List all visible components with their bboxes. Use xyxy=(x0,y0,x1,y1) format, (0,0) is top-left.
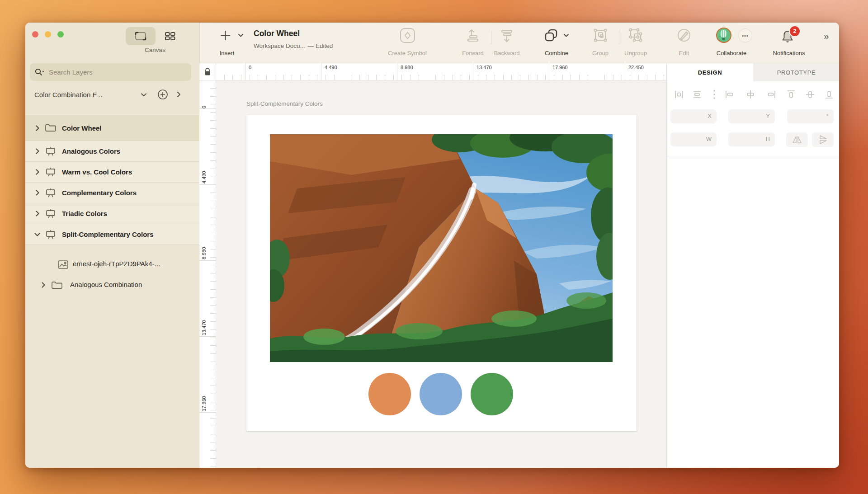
close-window-button[interactable] xyxy=(32,31,38,38)
zoom-window-button[interactable] xyxy=(57,31,64,38)
lock-icon xyxy=(204,67,211,76)
add-page-button[interactable] xyxy=(157,89,168,100)
layer-row-warm-cool[interactable]: Warm vs. Cool Colors xyxy=(25,162,199,183)
align-left-icon[interactable] xyxy=(724,89,736,100)
combine-button[interactable] xyxy=(543,28,559,43)
layer-list: Color Wheel Analogous Colors xyxy=(25,115,199,245)
chevron-right-icon[interactable] xyxy=(34,169,41,175)
layer-label: Warm vs. Cool Colors xyxy=(62,168,132,176)
swatch-blue[interactable] xyxy=(420,373,462,415)
chevron-right-icon[interactable] xyxy=(34,148,41,154)
grid-view-button[interactable] xyxy=(159,27,181,45)
view-switcher-caption: Canvas xyxy=(129,47,181,53)
tab-design[interactable]: DESIGN xyxy=(667,63,753,81)
workspace-name[interactable]: Workspace Docu... xyxy=(254,42,305,49)
inspector-panel: DESIGN PROTOTYPE xyxy=(666,63,839,468)
layer-row-analogous[interactable]: Analogous Colors xyxy=(25,141,199,162)
layer-label: Color Wheel xyxy=(62,124,102,132)
layer-row-split-complementary[interactable]: Split-Complementary Colors xyxy=(25,224,199,245)
distribute-vertically-icon[interactable] xyxy=(691,89,703,100)
collaborator-avatar[interactable] xyxy=(716,28,731,43)
page-dropdown-chevron-icon[interactable] xyxy=(138,89,149,100)
group-label: Group xyxy=(592,50,609,56)
page-selector-label: Color Combination E... xyxy=(34,91,134,99)
width-field[interactable]: W xyxy=(670,132,717,146)
chevron-right-icon[interactable] xyxy=(42,282,45,288)
flip-horizontal-button[interactable] xyxy=(786,132,808,147)
align-top-icon[interactable] xyxy=(785,89,797,100)
distribute-horizontally-icon[interactable] xyxy=(673,89,685,100)
rotation-field[interactable]: ° xyxy=(787,109,834,123)
chevron-right-icon[interactable] xyxy=(34,190,41,196)
minimize-window-button[interactable] xyxy=(45,31,51,38)
layer-row-analogous-combination[interactable]: Analogous Combination xyxy=(25,275,199,296)
artboard-title[interactable]: Split-Complementary Colors xyxy=(246,100,323,107)
toolbar-overflow-chevrons-icon[interactable]: » xyxy=(824,31,828,42)
layer-row-color-wheel[interactable]: Color Wheel xyxy=(25,115,199,141)
align-center-horizontal-icon[interactable] xyxy=(745,89,756,100)
ungroup-button[interactable] xyxy=(628,28,643,43)
edit-label: Edit xyxy=(679,50,689,56)
x-position-field[interactable]: X xyxy=(670,109,717,123)
chevron-right-icon[interactable] xyxy=(34,125,41,131)
page-selector-row[interactable]: Color Combination E... xyxy=(25,84,199,105)
tab-prototype[interactable]: PROTOTYPE xyxy=(753,63,839,81)
group-button[interactable] xyxy=(593,28,608,43)
folder-icon xyxy=(51,281,63,290)
ruler-label: 17.960 xyxy=(552,65,568,70)
layer-row-complementary[interactable]: Complementary Colors xyxy=(25,183,199,203)
swatch-orange[interactable] xyxy=(368,373,411,415)
rotation-field-label: ° xyxy=(826,113,829,119)
canvas-area[interactable]: Split-Complementary Colors xyxy=(216,80,666,468)
height-field-label: H xyxy=(766,136,770,142)
y-field-label: Y xyxy=(766,113,770,119)
horizontal-ruler[interactable]: 0 4.490 8.980 13.470 17.960 22.450 xyxy=(216,63,666,80)
move-backward-button[interactable] xyxy=(500,28,514,43)
ruler-label: 13.470 xyxy=(201,309,207,335)
chevron-down-icon[interactable] xyxy=(34,233,41,236)
forward-label: Forward xyxy=(462,50,484,56)
height-field[interactable]: H xyxy=(728,132,775,146)
layer-label: ernest-ojeh-rTpPZD9PAk4-... xyxy=(73,260,160,268)
align-right-icon[interactable] xyxy=(765,89,777,100)
sketch-window: Canvas Color Combination E... xyxy=(25,23,839,468)
layer-label: Analogous Combination xyxy=(70,281,142,288)
notifications-badge: 2 xyxy=(790,26,800,36)
ruler-label: 8.980 xyxy=(201,233,207,259)
inspector-divider xyxy=(667,156,839,156)
backward-label: Backward xyxy=(494,50,519,56)
layer-row-image[interactable]: ernest-ojeh-rTpPZD9PAk4-... xyxy=(25,254,199,275)
folder-icon xyxy=(44,123,57,132)
create-symbol-button[interactable] xyxy=(399,27,416,44)
move-forward-button[interactable] xyxy=(466,28,480,43)
align-middle-vertical-icon[interactable] xyxy=(804,89,816,100)
swatch-green[interactable] xyxy=(471,373,513,415)
canvas-view-button[interactable] xyxy=(126,27,156,45)
ruler-lock[interactable] xyxy=(199,63,216,80)
x-field-label: X xyxy=(708,113,712,119)
artboard[interactable] xyxy=(246,115,637,431)
collaborators-more-button[interactable]: ••• xyxy=(738,28,752,42)
layer-label: Split-Complementary Colors xyxy=(62,231,154,238)
y-position-field[interactable]: Y xyxy=(728,109,775,123)
insert-button[interactable] xyxy=(220,30,231,41)
align-bottom-icon[interactable] xyxy=(823,89,835,100)
more-dots-icon: ••• xyxy=(742,33,749,38)
main-toolbar: Insert Color Wheel Workspace Docu...— Ed… xyxy=(199,23,839,63)
vertical-ruler[interactable]: 0 4.490 8.980 13.470 17.960 xyxy=(199,80,216,468)
combine-chevron-icon[interactable] xyxy=(563,33,569,38)
edit-button[interactable] xyxy=(676,28,692,43)
flip-vertical-button[interactable] xyxy=(812,132,834,147)
search-input[interactable] xyxy=(49,68,175,76)
document-title[interactable]: Color Wheel xyxy=(254,29,300,38)
insert-chevron-icon[interactable] xyxy=(238,33,244,38)
artboard-icon xyxy=(44,230,57,239)
canyon-photo[interactable] xyxy=(270,134,613,362)
pages-expand-chevron-icon[interactable] xyxy=(173,89,184,100)
tidy-dots-icon[interactable] xyxy=(708,89,720,100)
layer-row-triadic[interactable]: Triadic Colors xyxy=(25,203,199,224)
grid-view-icon xyxy=(164,31,176,41)
search-layers-field[interactable] xyxy=(30,63,191,81)
chevron-right-icon[interactable] xyxy=(34,211,41,216)
layer-label: Complementary Colors xyxy=(62,189,137,197)
